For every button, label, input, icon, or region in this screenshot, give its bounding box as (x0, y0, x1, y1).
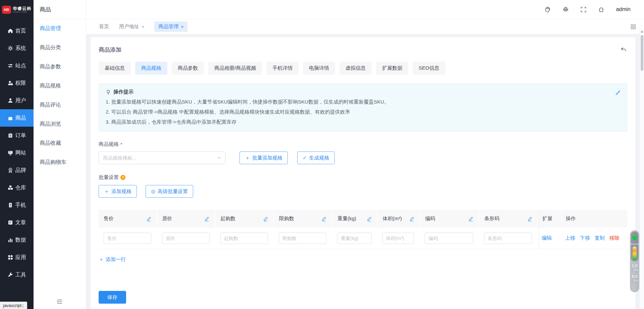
menu-fold-icon[interactable] (34, 298, 86, 305)
tab-basic-info[interactable]: 基础信息 (99, 62, 131, 75)
select-placeholder: 商品规格模板... (103, 155, 136, 161)
edit-pencil-icon[interactable] (204, 216, 210, 222)
sidebar-item-tools[interactable]: 工具 (0, 266, 34, 284)
sidebar-item-permission[interactable]: 权限 (0, 74, 34, 92)
tab-seo-info[interactable]: SEO信息 (413, 62, 445, 75)
submenu-item-goods-browse[interactable]: 商品浏览 (34, 115, 86, 134)
home-icon[interactable] (598, 6, 604, 13)
fullscreen-icon[interactable] (580, 6, 587, 13)
username[interactable]: admin (616, 6, 631, 12)
sidebar-item-brand[interactable]: 品牌 (0, 162, 34, 179)
brand-name: 华睿云科 (13, 6, 32, 11)
max-buy-input[interactable] (279, 233, 326, 244)
sidebar-item-mobile[interactable]: 手机 (0, 196, 34, 214)
tab-extend-data[interactable]: 扩展数据 (376, 62, 408, 75)
submenu-item-goods-spec[interactable]: 商品规格 (34, 76, 86, 96)
goods-add-card: 商品添加 基础信息 商品规格 商品参数 商品相册/商品视频 手机详情 电脑详情 … (91, 37, 635, 309)
download-speed: 6.0 ↓ K/s (631, 275, 638, 283)
tab-virtual-info[interactable]: 虚拟信息 (339, 62, 372, 75)
link-status-tooltip: javascript:; (0, 302, 27, 309)
sidebar-item-article[interactable]: 文章 (0, 214, 34, 231)
status-indicator (631, 232, 638, 244)
volume-input[interactable] (382, 233, 414, 244)
move-up-link[interactable]: 上移 (565, 235, 575, 241)
tab-home[interactable]: 首页 (99, 23, 109, 30)
sidebar-item-warehouse[interactable]: 仓库 (0, 179, 34, 196)
tab-goods-manage[interactable]: 商品管理 × (154, 21, 187, 32)
spec-table-row: 编辑 上移 下移 复制 移除 (99, 228, 627, 249)
sidebar-item-user[interactable]: 用户 (0, 92, 34, 109)
submenu-item-goods-manage[interactable]: 商品管理 (34, 19, 86, 38)
theme-palette-icon[interactable] (545, 6, 551, 13)
scrollbar-thumb[interactable] (641, 35, 643, 71)
logo-badge: HR (2, 6, 11, 14)
submenu-item-goods-favorite[interactable]: 商品收藏 (34, 134, 86, 153)
code-input[interactable] (425, 233, 473, 244)
scrollbar-up-arrow[interactable] (641, 30, 643, 33)
tab-goods-spec[interactable]: 商品规格 (135, 62, 167, 75)
sidebar-item-website[interactable]: 网站 (0, 144, 34, 162)
col-code: 编码 (420, 210, 479, 228)
add-spec-button[interactable]: ＋ 添加规格 (99, 185, 137, 198)
original-price-input[interactable] (162, 233, 209, 244)
col-sale-price: 售价 (99, 210, 157, 228)
gauge-bar (633, 246, 637, 260)
tab-mobile-detail[interactable]: 手机详情 (266, 62, 299, 75)
edit-pencil-icon[interactable] (263, 216, 268, 222)
save-button[interactable]: 保存 (99, 291, 126, 304)
clear-cache-brush-icon[interactable] (562, 6, 569, 13)
edit-pencil-icon[interactable] (468, 216, 474, 222)
generate-spec-button[interactable]: ✓ 生成规格 (297, 151, 335, 164)
help-question-icon[interactable]: ? (120, 175, 125, 180)
edit-pencil-icon[interactable] (146, 216, 152, 222)
spec-template-select[interactable]: 商品规格模板... (99, 151, 225, 164)
tab-goods-params[interactable]: 商品参数 (172, 62, 204, 75)
check-icon: ✓ (303, 155, 307, 161)
edit-pencil-icon[interactable] (367, 216, 372, 222)
edit-link[interactable]: 编辑 (542, 235, 552, 241)
tab-user-address[interactable]: 用户地址 × (119, 23, 144, 30)
batch-add-spec-button[interactable]: ＋ 批量添加规格 (239, 151, 288, 164)
edit-pencil-icon[interactable] (527, 216, 533, 222)
min-buy-input[interactable] (220, 233, 268, 244)
sidebar-item-app[interactable]: 应用 (0, 249, 34, 266)
topbar: admin (86, 0, 644, 19)
chevron-down-icon (217, 157, 221, 159)
primary-nav: 首页 系统 站点 权限 用户 商品 订单 网站 (0, 22, 34, 284)
move-down-link[interactable]: 下移 (580, 235, 590, 241)
submenu-item-goods-cart[interactable]: 商品购物车 (34, 153, 86, 172)
undo-icon[interactable] (620, 46, 627, 54)
barcode-input[interactable] (484, 233, 532, 244)
tabs-layout-icon[interactable] (631, 24, 636, 29)
tab-pc-detail[interactable]: 电脑详情 (303, 62, 335, 75)
copy-link[interactable]: 复制 (595, 235, 605, 241)
plus-icon: ＋ (245, 155, 250, 161)
close-icon[interactable]: × (181, 24, 183, 29)
load-gauge (631, 245, 638, 261)
submenu-item-goods-category[interactable]: 商品分类 (34, 38, 86, 57)
tips-line: 2. 可以后台 商品管理->商品规格 中配置规格模板、选择商品规格模块快速生成对… (106, 108, 620, 115)
sale-price-input[interactable] (104, 233, 151, 244)
submenu-item-goods-comment[interactable]: 商品评论 (34, 96, 86, 115)
add-row-link[interactable]: ＋ 添加一行 (99, 256, 126, 263)
bar-chart-icon (8, 237, 13, 243)
col-volume: 体积(m³) (378, 210, 420, 228)
edit-pencil-icon[interactable] (321, 216, 327, 222)
advanced-batch-button[interactable]: ◎ 高级批量设置 (146, 185, 193, 198)
sidebar-item-site[interactable]: 站点 (0, 57, 34, 74)
collapse-tips-icon[interactable] (615, 90, 621, 96)
sidebar-item-home[interactable]: 首页 (0, 22, 34, 40)
sliders-icon (8, 63, 13, 68)
submenu-item-goods-params[interactable]: 商品参数 (34, 57, 86, 76)
monitor-icon (8, 150, 13, 156)
weight-input[interactable] (337, 233, 372, 244)
sidebar-item-goods[interactable]: 商品 (0, 109, 34, 127)
close-icon[interactable]: × (142, 24, 144, 29)
tab-goods-album-video[interactable]: 商品相册/商品视频 (208, 62, 262, 75)
sidebar-item-order[interactable]: 订单 (0, 127, 34, 144)
edit-pencil-icon[interactable] (409, 216, 415, 222)
sidebar-item-data[interactable]: 数据 (0, 231, 34, 249)
sidebar-item-system[interactable]: 系统 (0, 40, 34, 57)
remove-link[interactable]: 移除 (609, 235, 620, 241)
col-original-price: 原价 (157, 210, 215, 228)
